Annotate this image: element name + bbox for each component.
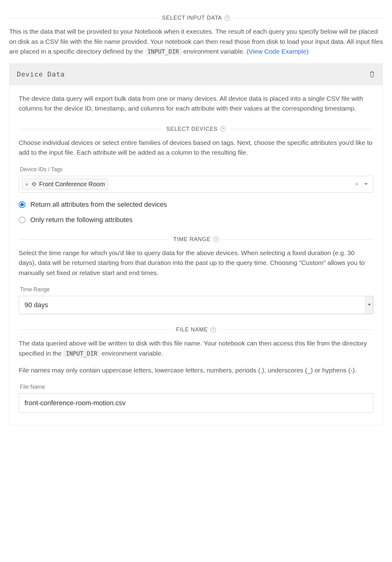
input-dir-code: INPUT_DIR (145, 47, 182, 56)
attributes-radio-group: Return all attributes from the selected … (19, 201, 373, 224)
device-ids-label: Device IDs / Tags (20, 166, 373, 173)
remove-tag-icon[interactable]: × (25, 182, 28, 187)
device-icon (31, 181, 37, 187)
clear-all-icon[interactable]: × (355, 181, 358, 187)
time-range-value: 90 days (24, 301, 365, 309)
trash-icon[interactable] (369, 71, 375, 77)
device-tag[interactable]: × Front Conference Room (22, 179, 108, 190)
device-data-panel: Device Data The device data query will e… (9, 63, 383, 425)
section-divider-time-range: TIME RANGE ? (19, 236, 373, 243)
input-data-description: This is the data that will be provided t… (9, 27, 383, 57)
time-range-label: Time Range (20, 286, 373, 293)
help-icon[interactable]: ? (224, 15, 230, 21)
panel-description: The device data query will export bulk d… (19, 94, 373, 114)
file-name-description-1: The data queried above will be written t… (19, 338, 373, 358)
radio-input-all[interactable] (19, 201, 25, 208)
devices-description: Choose individual devices or select enti… (19, 138, 373, 158)
view-code-example-link[interactable]: (View Code Example) (247, 48, 309, 55)
section-title-file-name: FILE NAME (176, 326, 208, 333)
section-divider-devices: SELECT DEVICES ? (19, 126, 373, 132)
panel-title: Device Data (17, 70, 65, 78)
chevron-down-icon[interactable] (364, 181, 368, 187)
device-data-panel-header: Device Data (9, 64, 383, 85)
device-tag-label: Front Conference Room (39, 181, 105, 188)
section-divider-input-data: SELECT INPUT DATA ? (9, 15, 383, 21)
section-title-input-data: SELECT INPUT DATA (162, 15, 222, 21)
help-icon[interactable]: ? (213, 236, 219, 242)
help-icon[interactable]: ? (220, 126, 226, 132)
device-ids-input[interactable]: × Front Conference Room × (19, 176, 373, 193)
file-name-input[interactable] (19, 393, 373, 413)
help-icon[interactable]: ? (210, 327, 216, 333)
radio-label-all: Return all attributes from the selected … (30, 201, 167, 209)
svg-rect-0 (33, 183, 35, 186)
file-name-label: File Name (20, 384, 373, 390)
radio-return-all[interactable]: Return all attributes from the selected … (19, 201, 373, 209)
chevron-down-icon[interactable] (365, 296, 373, 314)
input-dir-code: INPUT_DIR (63, 349, 100, 358)
radio-label-only: Only return the following attributes (30, 216, 133, 224)
section-title-time-range: TIME RANGE (173, 236, 211, 243)
section-divider-file-name: FILE NAME ? (19, 326, 373, 333)
time-range-description: Select the time range for which you'd li… (19, 248, 373, 278)
radio-input-only[interactable] (19, 217, 25, 223)
radio-return-only[interactable]: Only return the following attributes (19, 216, 373, 224)
section-title-devices: SELECT DEVICES (166, 126, 218, 132)
time-range-select[interactable]: 90 days (19, 296, 373, 314)
file-name-description-2: File names may only contain uppercase le… (19, 365, 373, 375)
